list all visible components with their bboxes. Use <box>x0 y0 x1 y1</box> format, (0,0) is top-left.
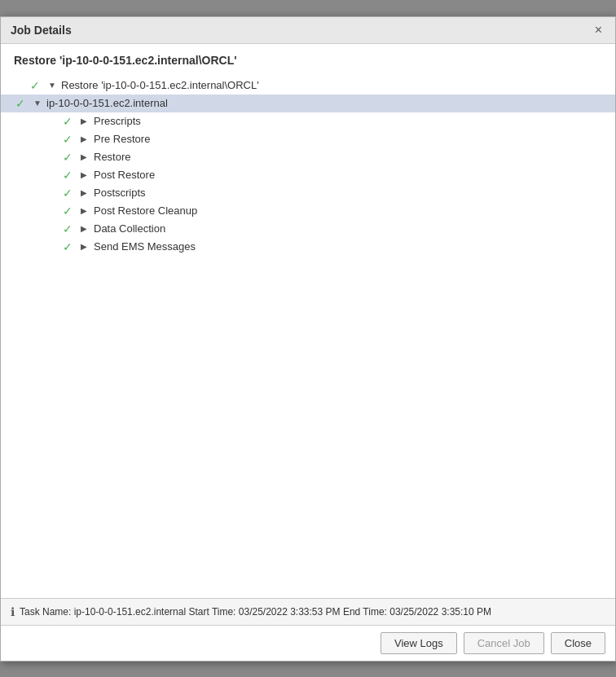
tree-node-label: ip-10-0-0-151.ec2.internal <box>46 97 168 109</box>
dialog-close-button[interactable]: × <box>592 24 605 37</box>
footer-buttons: View Logs Cancel Job Close <box>1 625 615 661</box>
check-icon-5: ✓ <box>63 204 76 218</box>
list-item: ✓ ▶ Send EMS Messages <box>14 238 602 256</box>
expand-icon-2[interactable]: ▶ <box>81 152 90 161</box>
item-label-5: Post Restore Cleanup <box>94 204 197 217</box>
check-icon-3: ✓ <box>63 169 76 182</box>
dialog-body: Restore 'ip-10-0-0-151.ec2.internal\ORCL… <box>1 44 615 598</box>
check-icon-7: ✓ <box>63 240 76 253</box>
expand-icon-6[interactable]: ▶ <box>81 224 90 233</box>
dialog-header: Job Details × <box>1 17 615 44</box>
item-label-4: Postscripts <box>94 187 146 199</box>
expand-icon-4[interactable]: ▶ <box>81 188 90 197</box>
list-item: ✓ ▶ Restore <box>14 148 602 166</box>
check-icon-2: ✓ <box>63 151 76 164</box>
job-details-dialog: Job Details × Restore 'ip-10-0-0-151.ec2… <box>0 16 616 662</box>
item-label-1: Pre Restore <box>94 133 150 145</box>
dialog-title: Job Details <box>11 24 72 37</box>
list-item: ✓ ▶ Postscripts <box>14 184 602 202</box>
info-icon: ℹ <box>11 605 15 618</box>
expand-icon-3[interactable]: ▶ <box>81 170 90 179</box>
list-item: ✓ ▶ Prescripts <box>14 112 602 130</box>
check-icon-node: ✓ <box>15 97 29 110</box>
expand-icon-0[interactable]: ▶ <box>81 116 90 125</box>
item-label-6: Data Collection <box>94 222 165 235</box>
item-label-0: Prescripts <box>94 115 141 127</box>
list-item: ✓ ▶ Post Restore <box>14 166 602 184</box>
footer-info-text: Task Name: ip-10-0-0-151.ec2.internal St… <box>20 606 491 618</box>
list-item: ✓ ▶ Pre Restore <box>14 130 602 148</box>
item-label-7: Send EMS Messages <box>94 240 196 253</box>
list-item: ✓ ▶ Data Collection <box>14 220 602 238</box>
view-logs-button[interactable]: View Logs <box>381 632 457 654</box>
tree-node-item: ✓ ▼ ip-10-0-0-151.ec2.internal <box>1 95 615 112</box>
job-tree: ✓ ▼ Restore 'ip-10-0-0-151.ec2.internal\… <box>14 77 602 112</box>
restore-heading: Restore 'ip-10-0-0-151.ec2.internal\ORCL… <box>14 54 602 67</box>
expand-icon-7[interactable]: ▶ <box>81 242 90 251</box>
tree-root-item: ✓ ▼ Restore 'ip-10-0-0-151.ec2.internal\… <box>14 77 602 95</box>
expand-icon-root[interactable]: ▼ <box>48 81 58 90</box>
check-icon-root: ✓ <box>30 79 43 92</box>
close-button[interactable]: Close <box>551 632 605 654</box>
check-icon-1: ✓ <box>63 133 76 146</box>
footer-info-bar: ℹ Task Name: ip-10-0-0-151.ec2.internal … <box>1 598 615 625</box>
expand-icon-5[interactable]: ▶ <box>81 206 90 215</box>
list-item: ✓ ▶ Post Restore Cleanup <box>14 202 602 220</box>
item-label-3: Post Restore <box>94 169 155 181</box>
check-icon-6: ✓ <box>63 222 76 235</box>
item-label-2: Restore <box>94 151 131 163</box>
check-icon-0: ✓ <box>63 115 76 128</box>
check-icon-4: ✓ <box>63 187 76 200</box>
expand-icon-1[interactable]: ▶ <box>81 134 90 143</box>
cancel-job-button[interactable]: Cancel Job <box>464 632 544 654</box>
expand-icon-node[interactable]: ▼ <box>33 99 43 108</box>
tree-root-label: Restore 'ip-10-0-0-151.ec2.internal\ORCL… <box>61 79 259 91</box>
job-subtree: ✓ ▶ Prescripts ✓ ▶ Pre Restore ✓ ▶ Resto… <box>14 112 602 256</box>
